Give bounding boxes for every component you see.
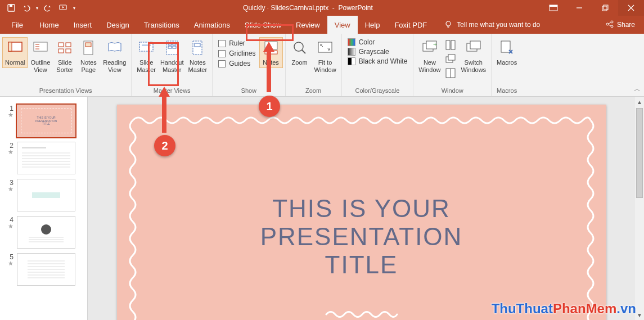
scroll-down-icon[interactable]: ▼ bbox=[635, 310, 644, 320]
svg-line-42 bbox=[302, 50, 305, 53]
tab-foxit-pdf[interactable]: Foxit PDF bbox=[387, 16, 434, 34]
window-controls bbox=[541, 0, 644, 16]
tab-review[interactable]: Review bbox=[289, 16, 327, 34]
cascade-button[interactable] bbox=[444, 53, 457, 65]
svg-rect-27 bbox=[66, 49, 71, 53]
slide-sorter-button[interactable]: Slide Sorter bbox=[53, 37, 76, 75]
grayscale-mode-button[interactable]: Grayscale bbox=[348, 48, 408, 56]
svg-rect-54 bbox=[470, 41, 480, 49]
tab-view[interactable]: View bbox=[327, 16, 358, 34]
save-icon[interactable] bbox=[7, 3, 16, 12]
color-mode-button[interactable]: Color bbox=[348, 38, 408, 46]
undo-icon[interactable] bbox=[21, 3, 30, 12]
grayscale-swatch-icon bbox=[348, 48, 355, 56]
ribbon: Normal Outline View Slide Sorter Notes P… bbox=[0, 34, 644, 97]
zoom-icon bbox=[291, 39, 309, 57]
tab-animations[interactable]: Animations bbox=[187, 16, 237, 34]
decorative-wave bbox=[325, 309, 398, 319]
svg-marker-59 bbox=[159, 87, 170, 97]
tell-me-placeholder: Tell me what you want to do bbox=[457, 21, 540, 29]
svg-rect-30 bbox=[139, 42, 153, 51]
reading-view-button[interactable]: Reading View bbox=[100, 37, 129, 75]
slide-thumbnails-panel[interactable]: 1★ THIS IS YOURPRESENTATION TITLE 2★ 3★ … bbox=[0, 97, 88, 320]
handout-master-icon bbox=[163, 39, 181, 57]
thumbnail-1[interactable]: 1★ THIS IS YOURPRESENTATION TITLE bbox=[0, 102, 87, 139]
macros-button[interactable]: Macros bbox=[494, 37, 520, 68]
group-label-presentation-views: Presentation Views bbox=[2, 86, 129, 96]
share-button[interactable]: Share bbox=[597, 16, 644, 34]
scroll-up-icon[interactable]: ▲ bbox=[635, 97, 644, 107]
svg-rect-1 bbox=[10, 4, 12, 7]
scroll-track[interactable] bbox=[635, 107, 644, 310]
document-name: Quickly · SlidesCarnival.pptx bbox=[243, 4, 328, 12]
normal-view-icon bbox=[6, 39, 24, 57]
callout-1: 1 bbox=[259, 96, 280, 117]
fit-to-window-icon bbox=[316, 39, 334, 57]
thumbnail-5[interactable]: 5★ bbox=[0, 251, 87, 288]
svg-rect-25 bbox=[66, 43, 71, 47]
thumbnail-4[interactable]: 4★ bbox=[0, 214, 87, 251]
gridlines-checkbox[interactable]: Gridlines bbox=[218, 49, 255, 57]
notes-page-button[interactable]: Notes Page bbox=[76, 37, 100, 75]
svg-text:+: + bbox=[433, 40, 437, 48]
minimize-button[interactable] bbox=[566, 0, 592, 16]
tab-transitions[interactable]: Transitions bbox=[137, 16, 187, 34]
thumbnail-2[interactable]: 2★ bbox=[0, 139, 87, 177]
svg-line-16 bbox=[609, 22, 611, 24]
watermark: ThuThuatPhanMem.vn bbox=[492, 301, 636, 317]
ribbon-tabs: File Home Insert Design Transitions Anim… bbox=[0, 16, 644, 34]
zoom-button[interactable]: Zoom bbox=[288, 37, 312, 68]
tab-design[interactable]: Design bbox=[99, 16, 136, 34]
scroll-thumb[interactable] bbox=[636, 108, 643, 198]
vertical-scrollbar[interactable]: ▲ ▼ bbox=[635, 97, 644, 320]
move-split-button[interactable] bbox=[444, 67, 457, 79]
guides-checkbox[interactable]: Guides bbox=[218, 60, 255, 67]
thumbnail-3[interactable]: 3★ bbox=[0, 177, 87, 214]
slide-title-text[interactable]: THIS IS YOUR PRESENTATION TITLE bbox=[239, 195, 484, 279]
handout-master-button[interactable]: Handout Master bbox=[159, 37, 186, 75]
bw-swatch-icon bbox=[348, 57, 355, 65]
undo-dropdown-icon[interactable]: ▾ bbox=[36, 6, 38, 11]
bw-mode-button[interactable]: Black and White bbox=[348, 57, 408, 65]
new-window-button[interactable]: + New Window bbox=[416, 37, 443, 75]
group-label-macros: Macros bbox=[494, 86, 520, 96]
svg-rect-19 bbox=[8, 42, 12, 51]
notes-master-icon bbox=[188, 39, 206, 57]
ribbon-display-options-icon[interactable] bbox=[541, 0, 566, 16]
reading-view-icon bbox=[106, 39, 124, 57]
tell-me-search[interactable]: Tell me what you want to do bbox=[434, 16, 597, 34]
tab-help[interactable]: Help bbox=[358, 16, 388, 34]
svg-rect-50 bbox=[448, 55, 455, 60]
new-window-icon: + bbox=[421, 39, 439, 57]
window-title: Quickly · SlidesCarnival.pptx - PowerPoi… bbox=[75, 4, 541, 12]
title-bar: ▾ ▾ Quickly · SlidesCarnival.pptx - Powe… bbox=[0, 0, 644, 16]
group-window: + New Window Switch Windows Window bbox=[413, 34, 492, 96]
svg-point-15 bbox=[611, 25, 613, 28]
close-button[interactable] bbox=[618, 0, 644, 16]
redo-icon[interactable] bbox=[44, 3, 53, 12]
lightbulb-icon bbox=[444, 20, 452, 30]
tab-insert[interactable]: Insert bbox=[66, 16, 100, 34]
checkbox-icon bbox=[218, 40, 226, 47]
switch-windows-button[interactable]: Switch Windows bbox=[458, 37, 489, 75]
tab-slide-show[interactable]: Slide Show bbox=[237, 16, 289, 34]
notes-master-button[interactable]: Notes Master bbox=[186, 37, 210, 75]
switch-windows-icon bbox=[465, 39, 483, 57]
workspace: 1★ THIS IS YOURPRESENTATION TITLE 2★ 3★ … bbox=[0, 97, 644, 320]
collapse-ribbon-icon[interactable]: ︿ bbox=[634, 84, 641, 94]
restore-button[interactable] bbox=[592, 0, 618, 16]
arrow-1 bbox=[262, 42, 276, 98]
tab-file[interactable]: File bbox=[2, 16, 32, 34]
outline-view-button[interactable]: Outline View bbox=[28, 37, 53, 75]
app-name: PowerPoint bbox=[339, 4, 373, 12]
arrange-all-button[interactable] bbox=[444, 39, 457, 51]
tab-home[interactable]: Home bbox=[32, 16, 66, 34]
fit-to-window-button[interactable]: Fit to Window bbox=[312, 37, 339, 75]
slide-master-button[interactable]: Slide Master bbox=[134, 37, 159, 75]
slide[interactable]: THIS IS YOUR PRESENTATION TITLE bbox=[117, 105, 606, 320]
thumbnail-image: THIS IS YOURPRESENTATION TITLE bbox=[17, 105, 75, 137]
svg-point-10 bbox=[446, 21, 451, 26]
normal-view-button[interactable]: Normal bbox=[2, 37, 28, 68]
start-slideshow-icon[interactable] bbox=[58, 3, 67, 12]
ruler-checkbox[interactable]: Ruler bbox=[218, 39, 255, 47]
